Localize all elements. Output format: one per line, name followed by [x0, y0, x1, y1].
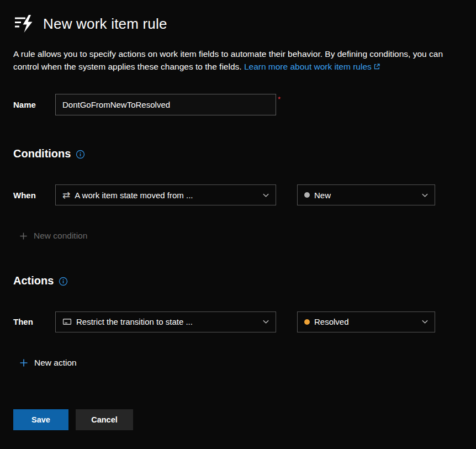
actions-heading-label: Actions	[13, 274, 54, 287]
new-condition-button[interactable]: New condition	[19, 231, 87, 241]
name-input[interactable]	[55, 94, 276, 115]
condition-type-value: A work item state moved from ...	[75, 191, 257, 200]
condition-state-value: New	[314, 191, 416, 200]
when-label: When	[13, 191, 55, 200]
restrict-transition-icon	[62, 317, 72, 326]
chevron-down-icon	[262, 318, 270, 326]
new-condition-label: New condition	[34, 231, 87, 241]
learn-more-link[interactable]: Learn more about work item rules	[244, 62, 380, 71]
info-icon[interactable]	[76, 150, 85, 159]
conditions-heading-label: Conditions	[13, 147, 71, 160]
external-link-icon	[373, 63, 380, 70]
name-row: Name *	[13, 94, 463, 115]
plus-icon	[19, 358, 28, 367]
state-transition-icon: ⇄	[62, 189, 70, 201]
chevron-down-icon	[421, 191, 429, 199]
chevron-down-icon	[262, 191, 270, 199]
actions-heading: Actions	[13, 274, 463, 287]
condition-state-dropdown[interactable]: New	[297, 184, 435, 205]
then-label: Then	[13, 317, 55, 326]
required-asterisk: *	[278, 95, 281, 103]
new-action-label: New action	[34, 358, 77, 368]
description: A rule allows you to specify actions on …	[13, 47, 463, 73]
cancel-button[interactable]: Cancel	[76, 409, 133, 430]
chevron-down-icon	[421, 318, 429, 326]
page-title: New work item rule	[43, 15, 167, 33]
action-type-dropdown[interactable]: Restrict the transition to state ...	[55, 311, 276, 332]
conditions-heading: Conditions	[13, 147, 463, 160]
name-label: Name	[13, 100, 55, 109]
then-row: Then Restrict the transition to state ..…	[13, 311, 463, 332]
header: New work item rule	[13, 14, 463, 33]
info-icon[interactable]	[59, 277, 68, 286]
learn-more-label: Learn more about work item rules	[244, 62, 372, 71]
state-dot	[304, 192, 310, 198]
state-dot	[304, 319, 310, 325]
action-type-value: Restrict the transition to state ...	[76, 317, 257, 326]
work-item-rule-icon	[13, 14, 34, 33]
condition-type-dropdown[interactable]: ⇄ A work item state moved from ...	[55, 184, 276, 205]
new-action-button[interactable]: New action	[19, 358, 77, 368]
footer: Save Cancel	[13, 409, 463, 430]
new-work-item-rule-panel: New work item rule A rule allows you to …	[0, 0, 476, 443]
save-button[interactable]: Save	[13, 409, 68, 430]
action-state-value: Resolved	[314, 317, 416, 326]
action-state-dropdown[interactable]: Resolved	[297, 311, 435, 332]
plus-icon	[19, 232, 28, 240]
when-row: When ⇄ A work item state moved from ... …	[13, 184, 463, 205]
